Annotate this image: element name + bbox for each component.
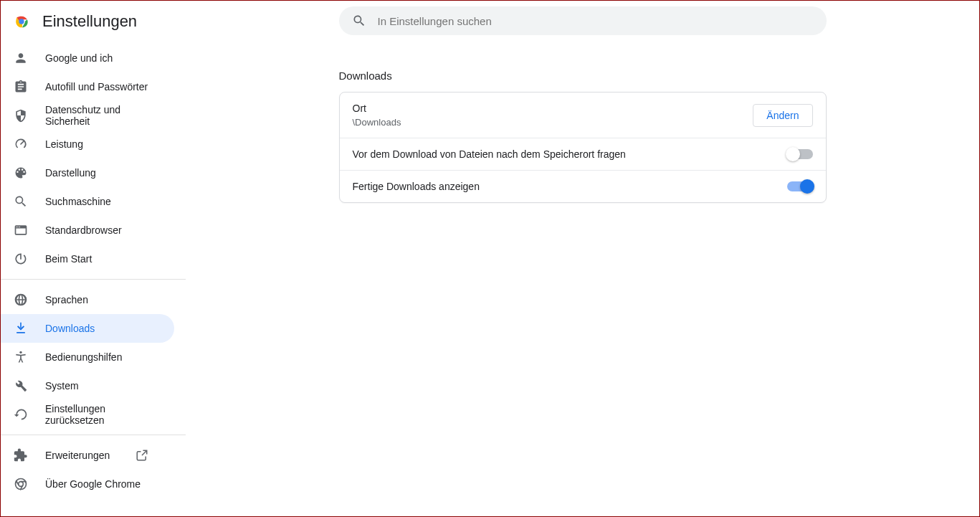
sidebar-item-search-engine[interactable]: Suchmaschine	[1, 187, 174, 216]
nav-group-1: Google und ich Autofill und Passwörter D…	[1, 44, 186, 273]
open-in-new-icon	[135, 449, 148, 462]
search-icon	[352, 14, 366, 28]
speedometer-icon	[14, 137, 28, 151]
sidebar-item-on-startup[interactable]: Beim Start	[1, 245, 174, 273]
sidebar-item-privacy[interactable]: Datenschutz und Sicherheit	[1, 101, 174, 130]
nav-divider	[1, 435, 186, 435]
settings-search[interactable]	[339, 6, 827, 35]
sidebar-item-downloads[interactable]: Downloads	[1, 314, 174, 343]
palette-icon	[14, 166, 28, 180]
main-content: Downloads Ort \Downloads Ändern Vor dem …	[186, 1, 979, 516]
sidebar-item-label: Sprachen	[45, 294, 88, 305]
sidebar: Einstellungen Google und ich Autofill un…	[1, 1, 186, 516]
row-text: Ort \Downloads	[353, 103, 401, 128]
sidebar-item-label: Suchmaschine	[45, 196, 111, 207]
sidebar-item-default-browser[interactable]: Standardbrowser	[1, 216, 174, 245]
wrench-icon	[14, 379, 28, 393]
sidebar-item-performance[interactable]: Leistung	[1, 130, 174, 158]
svg-point-3	[19, 351, 22, 354]
sidebar-item-label: Bedienungshilfen	[45, 351, 122, 363]
sidebar-item-label: Standardbrowser	[45, 224, 122, 236]
svg-point-2	[19, 19, 24, 24]
extension-icon	[14, 448, 28, 463]
sidebar-item-reset[interactable]: Einstellungen zurücksetzen	[1, 400, 174, 429]
sidebar-item-label: Datenschutz und Sicherheit	[45, 104, 161, 127]
sidebar-item-about[interactable]: Über Google Chrome	[1, 470, 174, 498]
show-finished-toggle[interactable]	[787, 181, 813, 191]
sidebar-item-appearance[interactable]: Darstellung	[1, 158, 174, 187]
nav-group-2: Sprachen Downloads Bedienungshilfen Syst…	[1, 285, 186, 429]
shield-icon	[14, 108, 28, 123]
sidebar-item-label: System	[45, 380, 79, 392]
sidebar-item-autofill[interactable]: Autofill und Passwörter	[1, 72, 174, 101]
sidebar-item-label: Über Google Chrome	[45, 478, 141, 490]
sidebar-item-label: Downloads	[45, 323, 95, 334]
sidebar-item-extensions[interactable]: Erweiterungen	[1, 441, 174, 470]
clipboard-icon	[14, 80, 28, 94]
sidebar-item-accessibility[interactable]: Bedienungshilfen	[1, 343, 174, 371]
nav-group-3: Erweiterungen Über Google Chrome	[1, 441, 186, 498]
sidebar-item-label: Erweiterungen	[45, 450, 110, 461]
globe-icon	[14, 293, 28, 307]
ask-before-toggle[interactable]	[787, 149, 813, 159]
search-input[interactable]	[378, 15, 814, 27]
sidebar-item-label: Autofill und Passwörter	[45, 81, 148, 93]
sidebar-item-label: Google und ich	[45, 52, 113, 64]
sidebar-item-label: Einstellungen zurücksetzen	[45, 403, 161, 426]
accessibility-icon	[14, 350, 28, 364]
sidebar-item-system[interactable]: System	[1, 371, 174, 400]
sidebar-item-label: Darstellung	[45, 167, 96, 179]
power-icon	[14, 252, 28, 266]
sidebar-item-label: Beim Start	[45, 253, 92, 265]
search-icon	[14, 194, 28, 209]
nav-divider	[1, 279, 186, 280]
download-icon	[14, 321, 28, 336]
chrome-outline-icon	[14, 477, 28, 491]
row-ask-before-download: Vor dem Download von Dateien nach dem Sp…	[340, 138, 826, 170]
sidebar-item-label: Leistung	[45, 138, 83, 150]
page-title: Einstellungen	[42, 12, 137, 31]
downloads-card: Ort \Downloads Ändern Vor dem Download v…	[339, 92, 827, 203]
ask-before-label: Vor dem Download von Dateien nach dem Sp…	[353, 148, 626, 160]
change-location-button[interactable]: Ändern	[753, 104, 812, 127]
location-label: Ort	[353, 103, 401, 114]
row-download-location: Ort \Downloads Ändern	[340, 93, 826, 138]
sidebar-item-languages[interactable]: Sprachen	[1, 285, 174, 314]
person-icon	[14, 51, 28, 65]
sidebar-item-google[interactable]: Google und ich	[1, 44, 174, 72]
section-title: Downloads	[339, 70, 827, 82]
show-finished-label: Fertige Downloads anzeigen	[353, 181, 480, 192]
restore-icon	[14, 407, 28, 422]
downloads-section: Downloads Ort \Downloads Ändern Vor dem …	[339, 70, 827, 203]
row-show-finished: Fertige Downloads anzeigen	[340, 170, 826, 202]
browser-icon	[14, 223, 28, 237]
chrome-logo-icon	[14, 14, 29, 29]
location-path: \Downloads	[353, 117, 401, 128]
brand-header: Einstellungen	[1, 9, 186, 44]
